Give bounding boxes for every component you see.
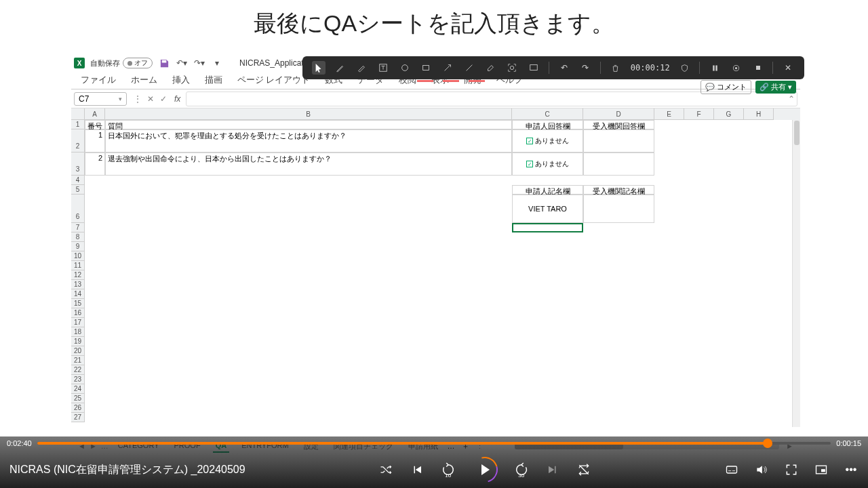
pen-tool-icon[interactable]	[334, 61, 347, 75]
cell-A2[interactable]: 1	[85, 129, 105, 152]
rect-tool-icon[interactable]	[420, 61, 433, 75]
text-tool-icon[interactable]	[376, 61, 390, 75]
ribbon-tab[interactable]: ファイル	[78, 72, 119, 89]
row-header[interactable]: 8	[71, 232, 85, 242]
row-header[interactable]: 18	[71, 327, 85, 337]
subtitles-icon[interactable]	[724, 462, 739, 477]
ribbon-tab[interactable]: ページ レイアウト	[235, 72, 313, 89]
next-track-icon[interactable]	[545, 462, 560, 477]
cell-D2[interactable]	[583, 129, 654, 152]
skip-forward-icon[interactable]: 30	[514, 462, 529, 477]
spreadsheet-grid[interactable]: ABCDEFGH 1234567891011121314151617181920…	[71, 108, 800, 427]
pointer-tool-icon[interactable]	[312, 61, 326, 75]
row-header[interactable]: 14	[71, 289, 85, 299]
cell-C2[interactable]: ✓ありません	[512, 129, 583, 152]
row-header[interactable]: 15	[71, 299, 85, 308]
col-header[interactable]: B	[105, 108, 512, 120]
prev-track-icon[interactable]	[410, 462, 425, 477]
row-header[interactable]: 13	[71, 280, 85, 289]
highlighter-tool-icon[interactable]	[355, 61, 368, 75]
cancel-formula-icon[interactable]: ✕	[145, 94, 156, 104]
save-icon[interactable]	[158, 57, 170, 69]
cell-B2[interactable]: 日本国外において、犯罪を理由とする処分を受けたことはありますか？	[105, 129, 512, 152]
autosave-toggle[interactable]: 自動保存 オフ	[90, 58, 153, 68]
row-header[interactable]: 25	[71, 394, 85, 403]
cell-A3[interactable]: 2	[85, 152, 105, 176]
cell-D5[interactable]: 受入機関記名欄	[583, 185, 654, 195]
row-header[interactable]: 9	[71, 242, 85, 251]
ribbon-tab[interactable]: 描画	[202, 72, 225, 89]
rec-undo-icon[interactable]: ↶	[557, 61, 571, 75]
repeat-icon[interactable]	[576, 462, 591, 477]
qat-more-icon[interactable]: ▾	[211, 57, 223, 69]
row-header[interactable]: 6	[71, 195, 85, 223]
undo-icon[interactable]: ↶▾	[176, 57, 188, 69]
ribbon-tab[interactable]: ホーム	[128, 72, 160, 89]
mini-player-icon[interactable]	[814, 462, 829, 477]
row-header[interactable]: 4	[71, 176, 85, 185]
cell-A1[interactable]: 番号	[85, 120, 105, 129]
col-header[interactable]: H	[744, 108, 774, 120]
redo-icon[interactable]: ↷▾	[193, 57, 205, 69]
col-header[interactable]: A	[85, 108, 105, 120]
more-icon[interactable]: •••	[844, 462, 859, 477]
row-header[interactable]: 1	[71, 120, 85, 129]
row-header[interactable]: 20	[71, 346, 85, 356]
col-header[interactable]: E	[654, 108, 684, 120]
comments-button[interactable]: 💬コメント	[701, 80, 751, 94]
col-header[interactable]: D	[583, 108, 654, 120]
volume-icon[interactable]	[754, 462, 769, 477]
arrow-tool-icon[interactable]	[441, 61, 454, 75]
row-header[interactable]: 16	[71, 308, 85, 318]
vertical-scrollbar[interactable]	[792, 120, 800, 427]
col-header[interactable]: C	[512, 108, 583, 120]
share-button[interactable]: 🔗共有▾	[755, 81, 796, 94]
row-header[interactable]: 5	[71, 185, 85, 195]
cell-C3[interactable]: ✓ありません	[512, 152, 583, 176]
row-header[interactable]: 12	[71, 270, 85, 280]
ribbon-tab[interactable]: 挿入	[170, 72, 193, 89]
eraser-tool-icon[interactable]	[484, 61, 498, 75]
row-header[interactable]: 19	[71, 337, 85, 346]
cell-D1[interactable]: 受入機関回答欄	[583, 120, 654, 129]
row-header[interactable]: 2	[71, 129, 85, 152]
line-tool-icon[interactable]	[462, 61, 476, 75]
row-header[interactable]: 10	[71, 251, 85, 261]
rec-delete-icon[interactable]	[609, 61, 623, 75]
cell-B3[interactable]: 退去強制や出国命令により、日本から出国したことはありますか？	[105, 152, 512, 176]
row-header[interactable]: 27	[71, 413, 85, 422]
rec-redo-icon[interactable]: ↷	[578, 61, 592, 75]
fb-more-icon[interactable]: ⋮	[132, 94, 143, 104]
play-button[interactable]	[472, 457, 498, 483]
row-header[interactable]: 11	[71, 261, 85, 270]
formula-collapse-icon[interactable]: ⌃	[788, 94, 795, 104]
cell-C1[interactable]: 申請人回答欄	[512, 120, 583, 129]
row-header[interactable]: 23	[71, 375, 85, 384]
name-box[interactable]: C7▾	[74, 92, 127, 106]
rec-pause-icon[interactable]	[708, 61, 722, 75]
seek-bar[interactable]	[37, 442, 831, 445]
row-header[interactable]: 3	[71, 152, 85, 176]
rec-shield-icon[interactable]	[678, 61, 692, 75]
fx-icon[interactable]: fx	[172, 94, 183, 104]
enter-formula-icon[interactable]: ✓	[158, 94, 169, 104]
fullscreen-icon[interactable]	[784, 462, 799, 477]
circle-tool-icon[interactable]	[398, 61, 412, 75]
rec-stop-icon[interactable]	[751, 61, 765, 75]
skip-back-icon[interactable]: 10	[441, 462, 456, 477]
col-header[interactable]: F	[684, 108, 714, 120]
row-header[interactable]: 17	[71, 318, 85, 327]
rec-record-icon[interactable]	[730, 61, 743, 75]
row-header[interactable]: 26	[71, 403, 85, 413]
rec-close-icon[interactable]: ✕	[781, 61, 795, 75]
whiteboard-tool-icon[interactable]	[527, 61, 540, 75]
row-header[interactable]: 21	[71, 356, 85, 365]
row-header[interactable]: 24	[71, 384, 85, 394]
row-header[interactable]: 7	[71, 223, 85, 232]
shuffle-icon[interactable]	[378, 462, 393, 477]
focus-tool-icon[interactable]	[505, 61, 519, 75]
col-header[interactable]: G	[714, 108, 744, 120]
select-all-corner[interactable]	[71, 108, 85, 120]
cell-C6[interactable]: VIET TARO	[512, 195, 583, 223]
cell-C7[interactable]	[512, 223, 583, 232]
